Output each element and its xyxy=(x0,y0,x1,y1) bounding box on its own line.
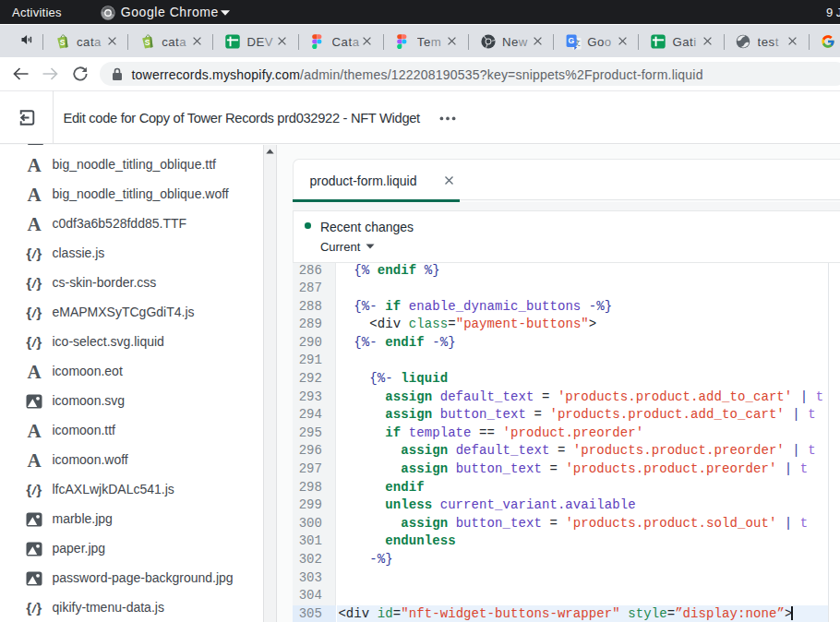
svg-text:S: S xyxy=(59,37,65,46)
svg-text:S: S xyxy=(144,37,150,46)
svg-text:G: G xyxy=(568,36,574,45)
